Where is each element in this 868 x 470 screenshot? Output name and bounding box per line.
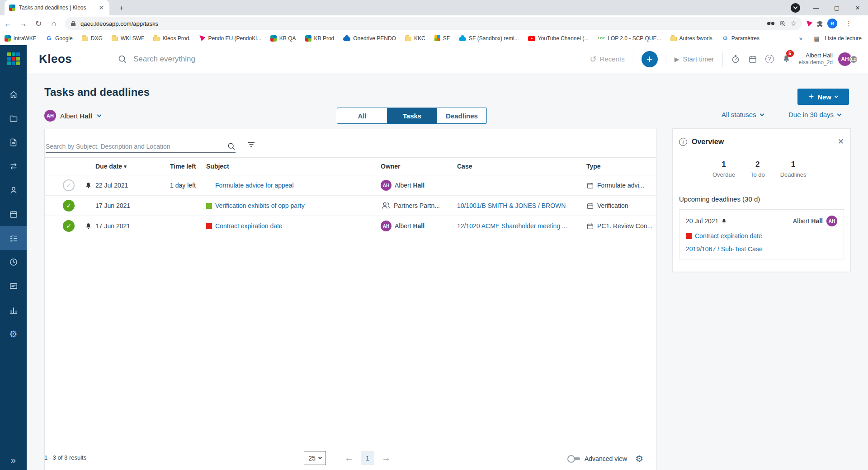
column-subject[interactable]: Subject	[206, 163, 381, 170]
bookmark-item[interactable]: Kleos Prod.	[153, 35, 190, 42]
table-row[interactable]: ✓ 17 Jun 2021 Verification exhibits of o…	[45, 196, 656, 216]
user-info[interactable]: Albert Hall elsa demo_2d	[799, 52, 833, 66]
bookmark-item[interactable]: SF	[434, 35, 450, 42]
case-link[interactable]: 10/1001/B SMITH & JONES / BROWN	[457, 202, 566, 209]
owner-filter[interactable]: AH Albert Hall	[44, 110, 101, 122]
bookmark-item[interactable]: Paramètres	[722, 35, 760, 42]
deadline-subject-link[interactable]: Contract expiration date	[695, 232, 762, 240]
bookmark-item[interactable]: Autres favoris	[670, 35, 712, 42]
prev-page-icon[interactable]: ←	[344, 453, 354, 463]
sidebar-item-calendar[interactable]	[0, 202, 27, 226]
sidebar-item-cases[interactable]	[0, 106, 27, 130]
sidebar-item-contacts[interactable]	[0, 178, 27, 202]
pendo-extension-icon[interactable]	[807, 21, 812, 27]
bookmark-item[interactable]: SF (Sandbox) remi...	[459, 35, 519, 42]
status-filter[interactable]: All statuses	[722, 111, 764, 118]
forward-icon[interactable]: →	[15, 17, 31, 30]
bookmark-item[interactable]: WKLSWF	[112, 35, 145, 42]
table-row[interactable]: ✓ 17 Jun 2021 Contract expiration date A…	[45, 216, 656, 236]
advanced-view-label: Advanced view	[585, 455, 627, 462]
tab-tasks[interactable]: Tasks	[387, 108, 437, 123]
bookmark-item[interactable]: YouTube Channel (...	[528, 35, 589, 42]
task-subject-link[interactable]: Formulate advice for appeal	[215, 182, 294, 189]
table-search[interactable]	[46, 142, 236, 153]
calendar-icon[interactable]	[748, 55, 757, 64]
browser-profile-avatar[interactable]: R	[827, 19, 837, 28]
task-subject-link[interactable]: Contract expiration date	[215, 222, 283, 230]
quick-add-button[interactable]: +	[642, 51, 658, 67]
upcoming-deadline-item[interactable]: 20 Jul 2021 Albert Hall AH Contract expi…	[679, 209, 844, 259]
global-search[interactable]	[118, 55, 590, 64]
bookmark-item[interactable]: KB Prod	[305, 35, 335, 42]
stopwatch-icon[interactable]	[731, 54, 740, 64]
sidebar-item-settings[interactable]: ⚙	[0, 322, 27, 346]
tab-deadlines[interactable]: Deadlines	[437, 108, 486, 123]
help-icon[interactable]: ?	[765, 55, 774, 63]
current-page[interactable]: 1	[361, 451, 374, 465]
bookmark-item[interactable]: intraWKF	[5, 35, 36, 42]
complete-toggle[interactable]: ✓	[63, 179, 75, 191]
recents-button[interactable]: ↺ Recents	[590, 54, 625, 64]
reload-icon[interactable]: ↻	[31, 17, 46, 30]
minimize-icon[interactable]: —	[806, 0, 826, 15]
next-page-icon[interactable]: →	[382, 453, 391, 463]
bookmark-item[interactable]: Onedrive PENDO	[343, 35, 396, 42]
sidebar-item-movements[interactable]	[0, 154, 27, 178]
home-icon[interactable]: ⌂	[46, 17, 61, 30]
wolters-kluwer-logo[interactable]	[0, 45, 27, 72]
bookmark-item[interactable]: Pendo EU (PendoKl...	[199, 35, 261, 42]
table-row[interactable]: ✓ 22 Jul 2021 1 day left Formulate advic…	[45, 175, 656, 196]
bookmarks-overflow-icon[interactable]: »	[799, 35, 803, 42]
sidebar-item-documents[interactable]	[0, 130, 27, 154]
reading-list-label[interactable]: Liste de lecture	[825, 35, 862, 42]
table-settings-gear-icon[interactable]: ⚙	[635, 453, 643, 464]
tab-close-icon[interactable]: ✕	[98, 4, 105, 11]
close-icon[interactable]: ✕	[838, 137, 844, 146]
bookmark-item[interactable]: Google	[45, 35, 73, 42]
bookmark-item[interactable]: KKC	[405, 35, 425, 42]
puzzle-icon[interactable]	[816, 20, 824, 28]
back-icon[interactable]: ←	[0, 17, 15, 30]
bookmark-item[interactable]: KB QA	[270, 35, 296, 42]
deadline-case-link[interactable]: 2019/1067 / Sub-Test Case	[686, 245, 763, 253]
sidebar-item-time[interactable]	[0, 250, 27, 274]
bookmark-item[interactable]: LOP 2.0 - SCP QUE...	[598, 35, 661, 42]
due-filter[interactable]: Due in 30 days	[788, 111, 841, 118]
sidebar-item-tasks[interactable]	[0, 226, 27, 250]
global-search-input[interactable]	[133, 55, 314, 64]
sidebar-item-reports[interactable]	[0, 298, 27, 322]
complete-toggle[interactable]: ✓	[63, 200, 75, 212]
column-owner[interactable]: Owner	[381, 163, 457, 170]
omnibox-extension-icon[interactable]	[767, 21, 775, 26]
bookmark-star-icon[interactable]: ☆	[791, 19, 797, 28]
maximize-icon[interactable]: ▢	[826, 0, 847, 15]
sidebar-item-billing[interactable]	[0, 274, 27, 298]
tab-all[interactable]: All	[337, 108, 387, 123]
filter-icon[interactable]	[247, 141, 255, 150]
column-time-left[interactable]: Time left	[170, 163, 206, 170]
new-tab-button[interactable]: +	[117, 3, 127, 13]
close-icon[interactable]: ✕	[847, 0, 868, 15]
advanced-view-toggle[interactable]	[567, 455, 580, 463]
sidebar-expand-icon[interactable]: »	[0, 455, 27, 465]
app-logo-text[interactable]: Kleos	[39, 52, 102, 66]
media-controls-icon[interactable]	[785, 0, 806, 15]
page-size-select[interactable]: 25	[304, 451, 326, 465]
task-subject-link[interactable]: Verification exhibits of opp party	[215, 202, 305, 209]
bookmark-item[interactable]: DXG	[82, 35, 103, 42]
new-button[interactable]: + New	[797, 89, 849, 105]
browser-tab[interactable]: Tasks and deadlines | Kleos ✕	[5, 0, 109, 15]
notifications-bell-icon[interactable]: 5	[782, 54, 791, 64]
column-case[interactable]: Case	[457, 163, 586, 170]
zoom-icon[interactable]	[779, 20, 786, 27]
case-link[interactable]: 12/1020 ACME Shareholder meeting ...	[457, 222, 567, 230]
browser-menu-icon[interactable]: ⋮	[841, 19, 857, 28]
column-due-date[interactable]: Due date▾	[95, 163, 170, 170]
address-bar[interactable]: qaeu.kleosapp.com/app/tasks ☆	[65, 17, 802, 30]
start-timer-button[interactable]: ▶ Start timer	[675, 55, 714, 63]
user-avatar[interactable]: AH ED	[838, 52, 852, 66]
sidebar-item-home[interactable]	[0, 82, 27, 106]
complete-toggle[interactable]: ✓	[63, 220, 75, 232]
column-type[interactable]: Type	[586, 163, 657, 170]
table-search-input[interactable]	[46, 143, 227, 150]
